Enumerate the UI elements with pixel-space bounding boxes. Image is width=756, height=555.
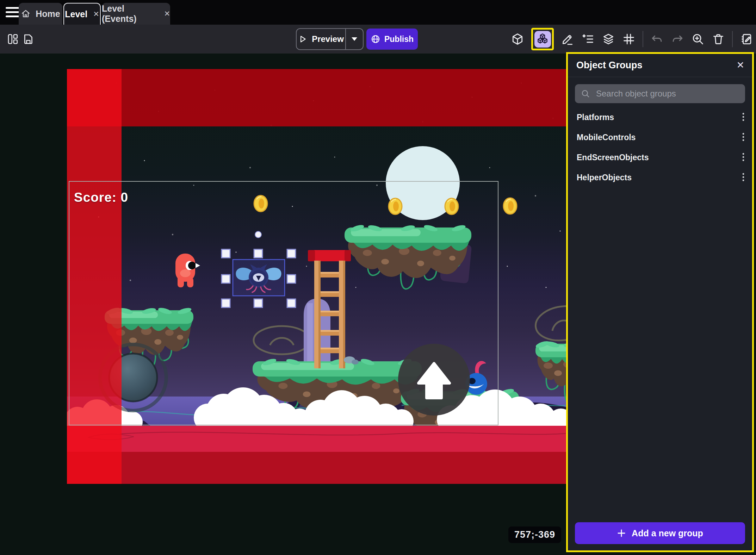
publish-label: Publish bbox=[384, 35, 414, 44]
grid-icon[interactable] bbox=[622, 32, 636, 46]
add-new-group-label: Add a new group bbox=[632, 528, 703, 538]
plus-icon bbox=[617, 529, 626, 538]
ground bbox=[67, 426, 566, 452]
instances-list-icon[interactable] bbox=[581, 32, 595, 46]
tab-level-events[interactable]: Level (Events) ✕ bbox=[102, 3, 170, 25]
tab-level[interactable]: Level ✕ bbox=[63, 3, 101, 25]
search-box[interactable] bbox=[575, 84, 745, 103]
resize-handle[interactable] bbox=[287, 275, 296, 283]
object-group-label: Platforms bbox=[577, 113, 614, 122]
toolbar: Preview Publish bbox=[0, 25, 756, 54]
scene-properties-icon[interactable] bbox=[740, 32, 753, 46]
coin[interactable] bbox=[254, 195, 267, 212]
more-options-icon[interactable] bbox=[742, 132, 745, 143]
zoom-icon[interactable] bbox=[691, 32, 705, 46]
tab-home[interactable]: Home bbox=[19, 3, 62, 25]
close-icon[interactable]: ✕ bbox=[164, 10, 170, 18]
undo-icon[interactable] bbox=[650, 32, 664, 46]
object-groups-highlight-box bbox=[531, 28, 554, 50]
coin[interactable] bbox=[445, 198, 458, 214]
more-options-icon[interactable] bbox=[742, 172, 745, 183]
tab-bar: Home Level ✕ Level (Events) ✕ bbox=[0, 0, 756, 25]
object-groups-editor-icon[interactable] bbox=[534, 31, 551, 48]
close-icon[interactable]: ✕ bbox=[93, 10, 99, 18]
panels-layout-icon[interactable] bbox=[6, 33, 19, 47]
preview-dropdown-button[interactable] bbox=[345, 29, 363, 49]
object-group-label: HelperObjects bbox=[577, 173, 632, 182]
resize-handle[interactable] bbox=[222, 299, 230, 307]
coin[interactable] bbox=[389, 198, 402, 214]
coin[interactable] bbox=[503, 198, 517, 214]
object-group-label: EndScreenObjects bbox=[577, 153, 649, 162]
scene-canvas[interactable]: Score: 0 bbox=[67, 69, 566, 484]
trash-icon[interactable] bbox=[712, 32, 725, 46]
object-group-list: PlatformsMobileControlsEndScreenObjectsH… bbox=[568, 107, 752, 188]
resize-handle[interactable] bbox=[287, 249, 296, 258]
hamburger-menu-icon[interactable] bbox=[6, 7, 20, 18]
object-group-row[interactable]: EndScreenObjects bbox=[568, 148, 752, 168]
scene-svg bbox=[67, 69, 566, 484]
search-object-groups-input[interactable] bbox=[595, 88, 739, 99]
tab-label: Home bbox=[36, 9, 60, 19]
tab-label: Level (Events) bbox=[102, 4, 158, 24]
redo-icon[interactable] bbox=[671, 32, 684, 46]
close-icon[interactable]: ✕ bbox=[736, 61, 744, 70]
play-icon bbox=[298, 35, 307, 44]
more-options-icon[interactable] bbox=[742, 152, 745, 163]
jump-button[interactable] bbox=[398, 344, 470, 416]
tab-label: Level bbox=[65, 9, 87, 19]
toolbar-separator bbox=[643, 31, 643, 47]
home-icon bbox=[21, 9, 31, 19]
resize-handle[interactable] bbox=[287, 299, 296, 307]
cursor-coordinates-badge: 757;-369 bbox=[508, 526, 561, 543]
panel-title: Object Groups bbox=[576, 60, 643, 71]
objects-editor-icon[interactable] bbox=[511, 32, 524, 46]
object-group-label: MobileControls bbox=[577, 133, 636, 142]
edit-pencil-icon[interactable] bbox=[561, 32, 574, 46]
resize-handle[interactable] bbox=[254, 299, 262, 307]
chevron-down-icon bbox=[352, 37, 357, 41]
globe-icon bbox=[371, 34, 380, 44]
rotation-handle[interactable] bbox=[255, 231, 261, 238]
layers-icon[interactable] bbox=[602, 32, 615, 46]
object-groups-panel: Object Groups ✕ PlatformsMobileControlsE… bbox=[566, 52, 754, 552]
out-of-bounds-top bbox=[67, 69, 566, 126]
search-icon bbox=[581, 89, 590, 98]
object-group-row[interactable]: MobileControls bbox=[568, 127, 752, 148]
preview-button[interactable]: Preview bbox=[296, 28, 364, 50]
resize-handle[interactable] bbox=[254, 249, 262, 258]
add-new-group-button[interactable]: Add a new group bbox=[575, 522, 745, 544]
object-group-row[interactable]: Platforms bbox=[568, 107, 752, 127]
preview-label: Preview bbox=[312, 34, 344, 44]
resize-handle[interactable] bbox=[222, 249, 230, 258]
score-text: Score: 0 bbox=[74, 190, 128, 205]
more-options-icon[interactable] bbox=[742, 112, 745, 123]
out-of-bounds-left bbox=[67, 69, 122, 484]
save-icon[interactable] bbox=[22, 33, 35, 47]
object-group-row[interactable]: HelperObjects bbox=[568, 168, 752, 188]
resize-handle[interactable] bbox=[222, 275, 230, 283]
toolbar-separator bbox=[732, 31, 733, 47]
publish-button[interactable]: Publish bbox=[366, 29, 418, 50]
